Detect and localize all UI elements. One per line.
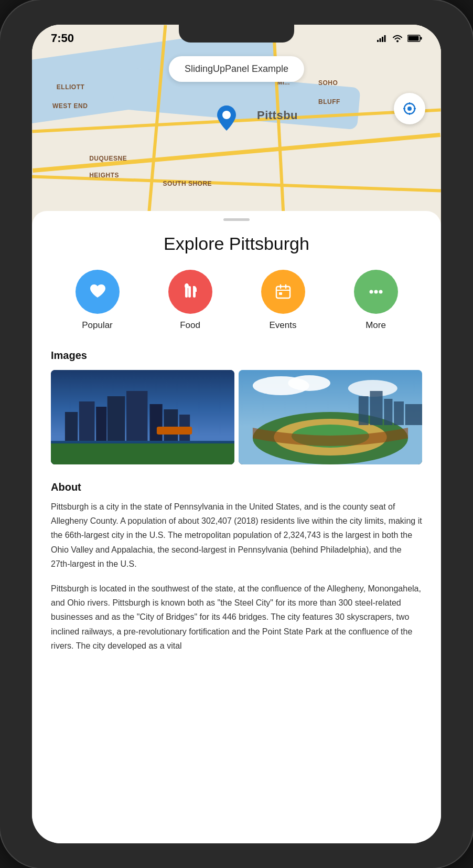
image-skyline[interactable] — [51, 370, 234, 464]
map-label-pittsburgh: Pittsbu — [257, 109, 298, 122]
svg-rect-51 — [405, 404, 422, 425]
svg-point-41 — [288, 375, 330, 391]
notch — [179, 25, 294, 43]
category-popular[interactable]: Popular — [76, 270, 120, 331]
signal-icon — [377, 35, 388, 42]
about-heading: About — [51, 481, 422, 493]
food-icon — [180, 282, 200, 302]
status-time: 7:50 — [51, 31, 74, 45]
popular-circle — [76, 270, 120, 314]
food-label: Food — [180, 320, 200, 331]
svg-rect-37 — [157, 427, 192, 435]
svg-rect-47 — [359, 396, 369, 425]
svg-rect-36 — [51, 441, 234, 454]
phone-frame: 7:50 — [0, 0, 473, 868]
svg-point-14 — [222, 111, 231, 119]
wifi-icon — [392, 34, 403, 43]
map-search-bar[interactable]: SlidingUpPanel Example — [169, 56, 304, 82]
category-more[interactable]: More — [354, 270, 398, 331]
svg-rect-29 — [79, 401, 95, 443]
svg-point-25 — [374, 290, 378, 294]
map-pin — [216, 104, 237, 132]
svg-rect-30 — [96, 407, 106, 443]
map-search-label: SlidingUpPanel Example — [185, 63, 288, 74]
svg-rect-50 — [394, 401, 404, 425]
popular-label: Popular — [82, 320, 113, 331]
map-area: ELLIOTT WEST END DUQUESNE HEIGHTS SOUTH … — [32, 25, 441, 235]
map-label-soho: SOHO — [318, 79, 338, 87]
svg-rect-49 — [384, 399, 392, 425]
images-grid — [51, 370, 422, 464]
more-dots-icon — [366, 282, 386, 302]
location-icon — [402, 101, 417, 116]
svg-point-17 — [185, 283, 189, 289]
svg-rect-7 — [421, 37, 422, 40]
panel-handle[interactable] — [223, 218, 250, 221]
status-icons — [377, 34, 422, 43]
svg-rect-31 — [108, 396, 125, 443]
image-stadium[interactable] — [239, 370, 422, 464]
more-label: More — [366, 320, 386, 331]
svg-point-24 — [369, 290, 373, 294]
svg-point-26 — [379, 290, 382, 294]
food-circle — [168, 270, 212, 314]
map-label-heights: HEIGHTS — [89, 172, 119, 179]
heart-icon — [88, 282, 108, 302]
map-road — [33, 133, 440, 173]
svg-rect-3 — [384, 35, 386, 42]
map-pin-icon — [216, 104, 237, 132]
svg-rect-32 — [126, 391, 147, 443]
svg-rect-33 — [149, 404, 162, 443]
svg-rect-38 — [51, 451, 234, 464]
svg-point-4 — [396, 40, 399, 43]
svg-rect-28 — [65, 412, 78, 443]
more-circle — [354, 270, 398, 314]
about-text-2: Pittsburgh is located in the southwest o… — [51, 581, 422, 653]
panel-title: Explore Pittsburgh — [51, 234, 422, 254]
calendar-icon — [273, 282, 293, 302]
svg-rect-19 — [276, 287, 290, 298]
events-circle — [261, 270, 305, 314]
svg-rect-6 — [408, 36, 419, 41]
sliding-panel: Explore Pittsburgh Popular — [32, 211, 441, 843]
map-label-elliott: ELLIOTT — [57, 83, 85, 91]
category-events[interactable]: Events — [261, 270, 305, 331]
map-label-bluff: BLUFF — [318, 98, 340, 105]
images-heading: Images — [51, 350, 422, 362]
svg-rect-48 — [370, 391, 382, 425]
map-label-south-shore: SOUTH SHORE — [163, 180, 212, 187]
map-label-duquesne: DUQUESNE — [89, 155, 127, 162]
events-label: Events — [270, 320, 297, 331]
category-food[interactable]: Food — [168, 270, 212, 331]
svg-rect-1 — [380, 38, 381, 42]
phone-screen: 7:50 — [32, 25, 441, 843]
map-label-west-end: WEST END — [52, 102, 88, 110]
svg-rect-0 — [377, 40, 379, 42]
svg-rect-23 — [279, 292, 282, 295]
categories-row: Popular Food — [51, 270, 422, 331]
about-text-1: Pittsburgh is a city in the state of Pen… — [51, 500, 422, 571]
svg-rect-2 — [382, 37, 383, 42]
svg-point-9 — [407, 107, 412, 111]
location-button[interactable] — [394, 93, 425, 124]
svg-rect-16 — [188, 286, 191, 298]
svg-rect-34 — [164, 409, 178, 443]
battery-icon — [407, 34, 422, 43]
